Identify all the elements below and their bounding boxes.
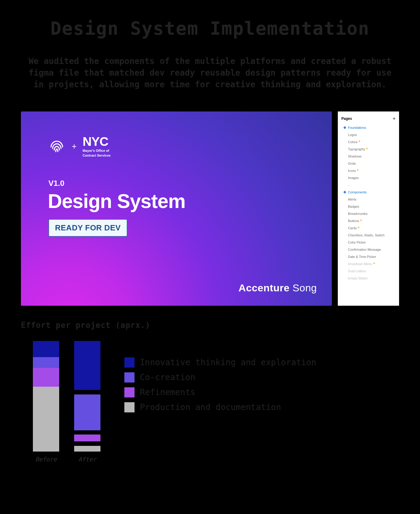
design-system-cover: + NYC Mayor's Office of Contract Service… — [21, 111, 332, 306]
status-dot-icon — [359, 141, 360, 142]
legend-label: Production and documentation — [140, 402, 281, 412]
pages-fade — [338, 285, 399, 306]
legend-row: Innovative thinking and exploration — [124, 357, 316, 368]
pages-item-label: Components — [348, 190, 366, 194]
chart-segment — [33, 357, 59, 368]
pages-item[interactable]: Confirmation Message — [338, 246, 399, 253]
pages-item-label: Shadows — [348, 154, 361, 158]
pages-item-label: Cards — [348, 226, 357, 230]
chart-bar-label: Before — [35, 456, 57, 463]
pages-item-label: Logos — [348, 133, 357, 137]
pages-item[interactable]: Colors — [338, 138, 399, 146]
status-dot-icon — [373, 263, 375, 264]
pages-item-label: Dual Listbox — [348, 269, 366, 273]
page-subtitle: We audited the components of the multipl… — [22, 55, 398, 91]
effort-chart: BeforeAfter Innovative thinking and expl… — [21, 341, 399, 463]
pages-item-label: Buttons — [348, 219, 359, 223]
pages-item-label: Alerts — [348, 198, 356, 201]
cover-brand: Accenture Song — [239, 282, 317, 294]
chart-segment — [74, 435, 100, 441]
legend-row: Refinements — [124, 387, 316, 397]
chart-title: Effort per project (aprx.) — [21, 321, 399, 330]
pages-item[interactable]: Breadcrumbs — [338, 210, 399, 217]
legend-swatch — [124, 387, 135, 397]
pages-item[interactable]: Color Picker — [338, 239, 399, 246]
nyc-logo: NYC Mayor's Office of Contract Services — [83, 135, 111, 158]
cover-logos: + NYC Mayor's Office of Contract Service… — [48, 135, 111, 158]
legend-swatch — [124, 402, 135, 412]
chart-segment — [33, 341, 59, 357]
chart-bar-label: After — [78, 456, 96, 463]
pages-item-label: Colors — [348, 140, 358, 144]
pages-item-label: Date & Time Picker — [348, 255, 376, 258]
pages-item-label: Empty States — [348, 276, 367, 280]
pages-item[interactable]: Badges — [338, 203, 399, 210]
legend-swatch — [124, 357, 135, 368]
status-dot-icon — [360, 220, 362, 221]
pages-item[interactable]: Cards — [338, 224, 399, 232]
pages-item-label: Images — [348, 176, 359, 180]
chart-segment — [74, 394, 100, 430]
pages-item[interactable]: Date & Time Picker — [338, 253, 399, 260]
legend-label: Refinements — [140, 387, 195, 397]
add-page-icon[interactable]: + — [393, 116, 395, 121]
chart-bar — [74, 341, 100, 452]
status-dot-icon — [358, 227, 359, 228]
legend-label: Innovative thinking and exploration — [140, 357, 316, 367]
pages-item-label: Typography — [348, 147, 365, 151]
pages-item[interactable]: Empty States — [338, 275, 399, 282]
chart-segment — [33, 368, 59, 387]
pages-item[interactable]: Shadows — [338, 153, 399, 160]
pages-section[interactable]: Foundations — [338, 124, 399, 131]
cover-version: V1.0 — [48, 179, 65, 188]
cover-brand-light: Song — [290, 282, 317, 293]
cover-brand-bold: Accenture — [239, 282, 290, 293]
status-dot-icon — [366, 148, 368, 149]
plus-glyph: + — [72, 142, 77, 151]
chart-segment — [74, 341, 100, 390]
chart-segment — [74, 446, 100, 452]
nyc-logo-title: NYC — [83, 135, 111, 148]
chart-legend: Innovative thinking and explorationCo-cr… — [124, 357, 316, 412]
chart-bar-column: Before — [33, 341, 59, 463]
pages-item-label: Checkbox, Radio, Switch — [348, 233, 384, 237]
chart-gap — [74, 390, 100, 394]
ready-for-dev-badge: READY FOR DEV — [48, 219, 127, 237]
pages-item-label: Dropdown Menu — [348, 262, 372, 266]
nyc-logo-line1: Mayor's Office of — [83, 149, 111, 153]
pages-item[interactable]: Dual Listbox — [338, 267, 399, 275]
pages-item-label: - — [348, 183, 349, 187]
legend-row: Co-creation — [124, 372, 316, 383]
pages-item[interactable]: Alerts — [338, 196, 399, 203]
pages-item[interactable]: Typography — [338, 146, 399, 153]
figma-pages-panel: Pages + FoundationsLogosColorsTypography… — [338, 111, 399, 306]
pages-item[interactable]: - — [338, 181, 399, 189]
pages-item[interactable]: Checkbox, Radio, Switch — [338, 232, 399, 239]
pages-item-label: Color Picker — [348, 241, 366, 244]
pages-item[interactable]: Buttons — [338, 217, 399, 224]
pages-item-label: Icons — [348, 169, 356, 172]
pages-item[interactable]: Icons — [338, 167, 399, 174]
pages-section[interactable]: Components — [338, 189, 399, 196]
pages-item[interactable]: Logos — [338, 131, 399, 138]
pages-header-label: Pages — [341, 117, 352, 121]
chart-bars: BeforeAfter — [33, 341, 100, 463]
pages-item-label: Foundations — [348, 126, 366, 129]
pages-item-label: Grids — [348, 162, 356, 165]
pages-item[interactable]: Images — [338, 174, 399, 181]
fingerprint-icon — [48, 137, 66, 155]
legend-swatch — [124, 372, 135, 383]
chart-bar — [33, 341, 59, 452]
page-title: Design System Implementation — [21, 18, 399, 39]
pages-item[interactable]: Dropdown Menu — [338, 260, 399, 267]
chart-segment — [33, 387, 59, 452]
cover-title: Design System — [48, 190, 185, 212]
pages-list: FoundationsLogosColorsTypographyShadowsG… — [338, 123, 399, 282]
chart-gap — [74, 430, 100, 435]
legend-label: Co-creation — [140, 372, 195, 382]
legend-row: Production and documentation — [124, 402, 316, 412]
chart-gap — [74, 441, 100, 446]
nyc-logo-line2: Contract Services — [83, 154, 111, 158]
pages-item-label: Confirmation Message — [348, 248, 381, 251]
pages-item[interactable]: Grids — [338, 160, 399, 167]
